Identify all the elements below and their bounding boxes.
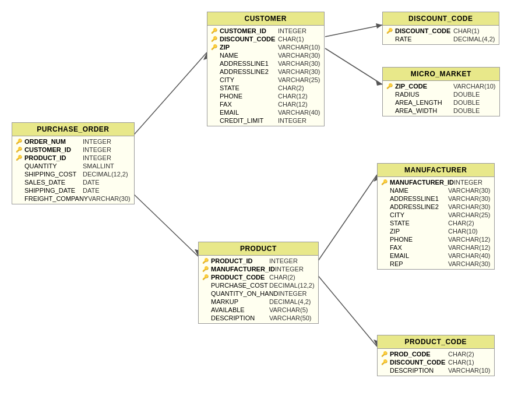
table-row: DESCRIPTIONVARCHAR(10) [378,366,494,374]
field-name: PHONE [390,236,448,243]
field-name: CUSTOMER_ID [24,146,83,153]
table-row: ADDRESSLINE1VARCHAR(30) [378,195,494,203]
field-name: STATE [390,220,448,227]
svg-marker-7 [376,80,382,86]
field-name: PRODUCT_CODE [211,274,269,281]
table-header-purchase_order: PURCHASE_ORDER [12,123,134,136]
table-body-product: 🔑PRODUCT_IDINTEGER🔑MANUFACTURER_IDINTEGE… [199,256,318,323]
table-product_code: PRODUCT_CODE🔑PROD_CODECHAR(2)🔑DISCOUNT_C… [377,335,495,376]
table-row: SALES_DATEDATE [12,178,134,186]
field-name: ZIP_CODE [395,83,453,90]
field-type: DECIMAL(4,2) [453,36,495,43]
table-row: CITYVARCHAR(25) [207,76,324,84]
field-type: VARCHAR(40) [278,109,320,116]
table-body-manufacturer: 🔑MANUFACTURER_IDINTEGERNAMEVARCHAR(30)AD… [378,177,494,269]
field-name: PURCHASE_COST [211,282,269,289]
table-row: AREA_WIDTHDOUBLE [383,107,499,115]
table-row: AREA_LENGTHDOUBLE [383,98,499,107]
field-name: ADDRESSLINE2 [390,203,448,210]
field-type: INTEGER [83,146,111,153]
table-row: EMAILVARCHAR(40) [378,252,494,260]
field-type: INTEGER [278,27,306,34]
field-name: ZIP [390,228,448,235]
table-row: SHIPPING_DATEDATE [12,186,134,195]
field-type: INTEGER [83,138,111,145]
field-type: CHAR(2) [448,351,474,358]
field-name: SHIPPING_DATE [24,187,83,194]
table-row: STATECHAR(2) [207,84,324,92]
table-header-product: PRODUCT [199,242,318,256]
field-name: PRODUCT_ID [211,257,269,264]
field-type: INTEGER [279,290,307,297]
pk-icon: 🔑 [16,139,23,144]
field-type: VARCHAR(30) [278,52,320,59]
table-row: ADDRESSLINE2VARCHAR(30) [207,68,324,76]
svg-line-6 [325,48,382,84]
field-name: FREIGHT_COMPANY [24,195,88,202]
table-row: 🔑CUSTOMER_IDINTEGER [207,27,324,35]
field-name: MANUFACTURER_ID [390,179,454,186]
fk-icon: 🔑 [202,274,209,280]
field-name: EMAIL [220,109,278,116]
fk-icon: 🔑 [16,155,23,161]
field-type: DOUBLE [453,107,480,114]
table-row: 🔑MANUFACTURER_IDINTEGER [199,265,318,273]
table-manufacturer: MANUFACTURER🔑MANUFACTURER_IDINTEGERNAMEV… [377,163,495,270]
field-type: DECIMAL(4,2) [269,298,311,305]
table-row: 🔑DISCOUNT_CODECHAR(1) [383,27,499,35]
field-type: CHAR(10) [448,228,478,235]
field-name: NAME [220,52,278,59]
table-product: PRODUCT🔑PRODUCT_IDINTEGER🔑MANUFACTURER_I… [198,242,319,324]
pk-icon: 🔑 [211,28,218,34]
table-row: DESCRIPTIONVARCHAR(50) [199,314,318,322]
field-name: SHIPPING_COST [24,171,83,178]
table-row: NAMEVARCHAR(30) [378,186,494,195]
field-type: INTEGER [454,179,482,186]
field-type: DATE [83,179,100,186]
fk-icon: 🔑 [211,36,218,42]
table-row: PHONECHAR(12) [207,92,324,100]
field-type: VARCHAR(25) [448,211,491,218]
field-type: VARCHAR(25) [278,76,320,83]
field-type: VARCHAR(12) [448,236,491,243]
table-header-discount_code: DISCOUNT_CODE [383,12,499,26]
field-type: CHAR(2) [448,220,474,227]
field-name: FAX [220,101,278,108]
field-type: CHAR(2) [278,84,304,91]
field-type: VARCHAR(10) [278,44,320,51]
field-type: DATE [83,187,100,194]
field-name: QUANTITY [24,162,83,169]
field-name: PROD_CODE [390,351,448,358]
field-type: VARCHAR(30) [448,187,491,194]
field-type: CHAR(2) [269,274,295,281]
field-type: INTEGER [275,266,304,273]
field-name: CITY [390,211,448,218]
svg-line-8 [316,175,377,263]
table-row: MARKUPDECIMAL(4,2) [199,298,318,306]
pk-icon: 🔑 [202,258,209,264]
field-name: SALES_DATE [24,179,83,186]
table-row: 🔑ORDER_NUMINTEGER [12,137,134,146]
svg-marker-5 [376,23,382,29]
field-type: VARCHAR(10) [453,83,496,90]
field-name: AREA_LENGTH [395,99,453,106]
field-name: PHONE [220,93,278,100]
field-name: STATE [220,84,278,91]
table-micro_market: MICRO_MARKET🔑ZIP_CODEVARCHAR(10)RADIUSDO… [382,67,500,116]
fk-icon: 🔑 [211,44,218,50]
table-row: 🔑CUSTOMER_IDINTEGER [12,146,134,154]
field-type: DECIMAL(12,2) [83,171,128,178]
field-name: REP [390,260,448,267]
pk-icon: 🔑 [381,179,388,185]
table-row: REPVARCHAR(30) [378,260,494,268]
field-name: RATE [395,36,453,43]
field-name: ORDER_NUM [24,138,83,145]
field-type: VARCHAR(40) [448,252,491,259]
field-type: VARCHAR(10) [448,367,491,374]
table-row: FAXVARCHAR(12) [378,243,494,252]
table-header-product_code: PRODUCT_CODE [378,335,494,349]
field-name: CREDIT_LIMIT [220,117,278,124]
table-row: EMAILVARCHAR(40) [207,108,324,116]
table-row: RADIUSDOUBLE [383,90,499,98]
field-type: VARCHAR(50) [269,314,312,321]
